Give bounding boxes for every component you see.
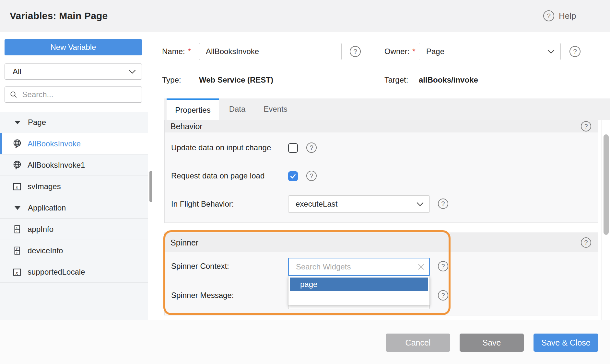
spinner-section: Spinner ? Spinner Context: ? page Spinne…	[164, 233, 598, 315]
owner-select[interactable]: Page	[419, 43, 561, 60]
save-button[interactable]: Save	[460, 334, 524, 352]
tab-properties[interactable]: Properties	[167, 98, 219, 120]
svg-text:x: x	[15, 270, 18, 276]
sidebar-item-svimages[interactable]: x svImages	[0, 176, 148, 197]
web-service-variable-icon: x	[12, 160, 22, 170]
checkmark-icon	[289, 173, 297, 180]
save-and-close-button[interactable]: Save & Close	[534, 334, 598, 352]
tab-bar: Properties Data Events	[164, 98, 610, 120]
dropdown-option-blank[interactable]	[290, 291, 428, 303]
web-service-variable-icon: x	[12, 139, 22, 149]
tab-events[interactable]: Events	[255, 98, 296, 120]
simple-variable-icon: x	[12, 182, 22, 191]
sidebar-item-allbooksinvoke1[interactable]: x AllBooksInvoke1	[0, 154, 148, 176]
help-button[interactable]: ? Help	[543, 0, 576, 32]
search-input[interactable]	[22, 90, 136, 99]
svg-text:x: x	[15, 165, 17, 170]
sidebar-item-appinfo[interactable]: x x appInfo	[0, 219, 148, 240]
sidebar-scrollbar-thumb[interactable]	[149, 171, 152, 202]
tab-data[interactable]: Data	[219, 98, 255, 120]
svg-text:x: x	[15, 143, 17, 149]
spinner-title: Spinner	[170, 238, 198, 247]
spinner-message-help-icon[interactable]: ?	[438, 290, 448, 301]
svg-text:x: x	[16, 247, 18, 251]
variable-label: AllBooksInvoke	[28, 139, 81, 148]
object-variable-icon: x x	[12, 224, 22, 234]
svg-text:x: x	[15, 185, 18, 190]
help-question-icon: ?	[543, 10, 554, 21]
type-label: Type:	[162, 74, 181, 86]
collapse-triangle-icon	[14, 120, 21, 125]
spinner-help-icon[interactable]: ?	[581, 237, 591, 248]
owner-selected-value: Page	[426, 47, 444, 56]
behavior-help-icon[interactable]: ?	[581, 121, 591, 131]
spinner-message-label: Spinner Message:	[171, 290, 234, 300]
sidebar-item-deviceinfo[interactable]: x x deviceInfo	[0, 240, 148, 261]
target-value: allBooks/invoke	[419, 74, 478, 86]
variables-dialog: Variables: Main Page ? Help New Variable…	[0, 0, 610, 364]
owner-label: Owner:*	[384, 43, 416, 60]
sidebar-item-supportedlocale[interactable]: x supportedLocale	[0, 261, 148, 283]
in-flight-select[interactable]: executeLast	[288, 195, 430, 213]
behavior-title: Behavior	[170, 122, 203, 131]
in-flight-label: In Flight Behavior:	[171, 199, 234, 209]
spinner-context-help-icon[interactable]: ?	[438, 261, 448, 271]
sidebar-group-page[interactable]: Page	[0, 112, 148, 133]
variable-filter-select[interactable]: All	[5, 63, 142, 80]
page-title: Variables: Main Page	[10, 0, 108, 32]
name-help-icon[interactable]: ?	[350, 46, 361, 57]
request-on-load-help-icon[interactable]: ?	[306, 171, 317, 181]
dialog-footer: Cancel Save Save & Close	[0, 320, 610, 364]
simple-variable-icon: x	[12, 267, 22, 277]
cancel-button[interactable]: Cancel	[386, 334, 450, 352]
request-on-load-checkbox[interactable]	[288, 171, 298, 181]
behavior-section-header: Behavior ?	[165, 120, 598, 132]
name-label: Name:*	[162, 43, 191, 60]
new-variable-button[interactable]: New Variable	[5, 39, 142, 55]
sidebar-group-application[interactable]: Application	[0, 197, 148, 219]
in-flight-selected-value: executeLast	[296, 199, 337, 209]
dropdown-option-page[interactable]: page	[290, 278, 428, 291]
in-flight-help-icon[interactable]: ?	[438, 199, 448, 209]
content-scrollbar-track	[602, 120, 602, 320]
name-input[interactable]	[199, 43, 342, 60]
clear-icon[interactable]	[417, 263, 425, 270]
variable-label: appInfo	[28, 225, 53, 234]
variable-label: supportedLocale	[28, 267, 85, 277]
search-icon	[10, 91, 17, 98]
variables-list: Page x AllBooksInvoke	[0, 112, 148, 320]
update-on-input-checkbox[interactable]	[288, 143, 298, 153]
help-label: Help	[559, 11, 576, 21]
update-on-input-help-icon[interactable]: ?	[306, 142, 317, 153]
chevron-down-icon	[129, 70, 136, 74]
variable-label: svImages	[28, 182, 61, 191]
svg-text:x: x	[16, 230, 18, 233]
chevron-down-icon	[416, 202, 424, 206]
spinner-context-input[interactable]	[295, 262, 417, 272]
required-asterisk: *	[188, 47, 191, 56]
svg-text:x: x	[16, 251, 18, 254]
variable-label: AllBooksInvoke1	[28, 161, 85, 170]
type-value: Web Service (REST)	[199, 74, 273, 86]
collapse-triangle-icon	[14, 206, 21, 210]
content-scrollbar-thumb[interactable]	[604, 134, 609, 235]
group-label: Application	[28, 203, 66, 212]
spinner-section-header: Spinner ?	[165, 233, 598, 252]
update-on-input-label: Update data on input change	[171, 143, 271, 153]
request-on-load-label: Request data on page load	[171, 171, 264, 181]
sidebar-item-allbooksinvoke[interactable]: x AllBooksInvoke	[0, 133, 148, 154]
required-asterisk: *	[412, 47, 415, 56]
behavior-section: Behavior ? Update data on input change ?…	[164, 120, 598, 223]
object-variable-icon: x x	[12, 246, 22, 256]
chevron-down-icon	[547, 50, 555, 54]
filter-selected-value: All	[13, 67, 21, 76]
svg-text:x: x	[16, 226, 18, 229]
variables-sidebar: New Variable All Page	[0, 32, 148, 320]
variable-label: deviceInfo	[28, 246, 63, 255]
spinner-context-dropdown: page	[288, 276, 430, 305]
owner-help-icon[interactable]: ?	[569, 46, 581, 57]
spinner-context-combobox[interactable]	[288, 258, 430, 276]
target-label: Target:	[384, 74, 408, 86]
spinner-context-label: Spinner Context:	[171, 261, 229, 271]
group-label: Page	[28, 118, 46, 127]
